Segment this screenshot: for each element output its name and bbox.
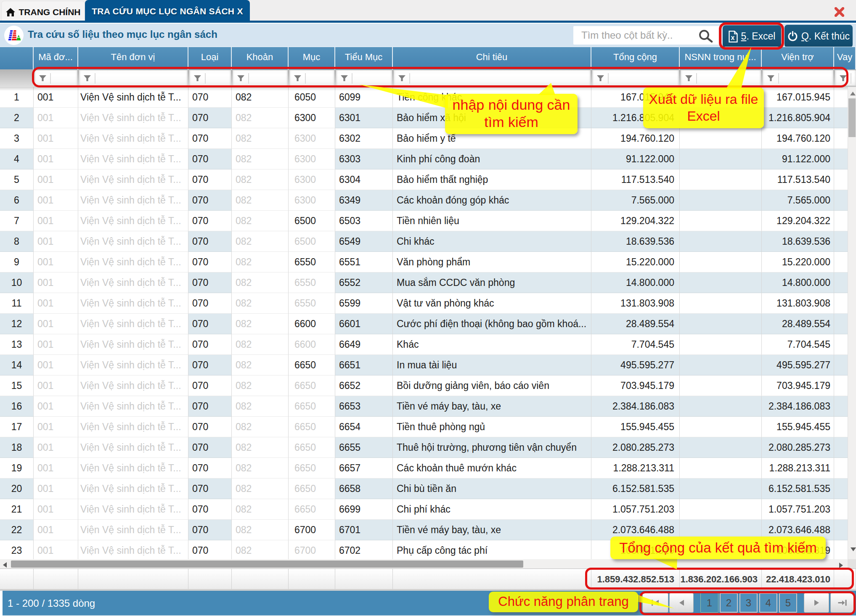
svg-text:x: x [731,34,734,41]
